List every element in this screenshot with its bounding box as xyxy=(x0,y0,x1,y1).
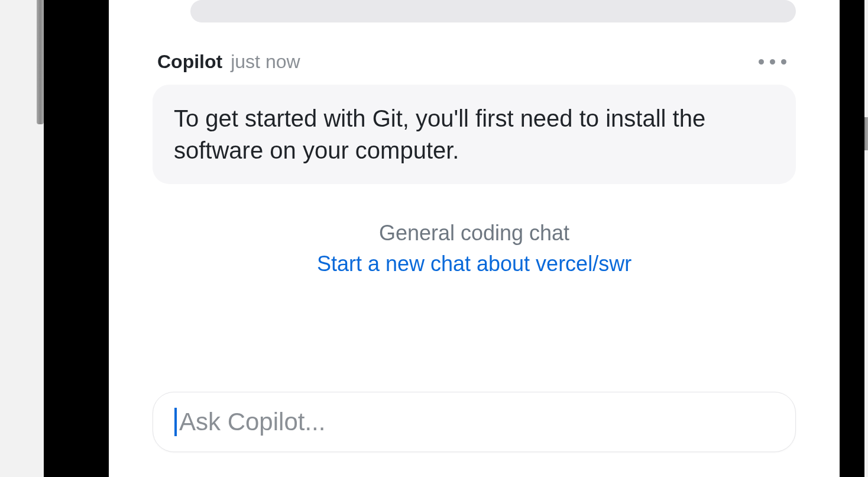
sender-name: Copilot xyxy=(157,51,222,73)
previous-user-message xyxy=(190,0,796,22)
chat-footer-info: General coding chat Start a new chat abo… xyxy=(153,221,796,276)
text-cursor xyxy=(174,408,177,436)
screen: Copilot just now To get started with Git… xyxy=(109,0,840,477)
message-header: Copilot just now xyxy=(153,51,796,73)
chat-container: Copilot just now To get started with Git… xyxy=(109,0,840,477)
phone-bezel-left xyxy=(88,0,109,477)
phone-bezel-right xyxy=(840,0,861,477)
chat-type-label: General coding chat xyxy=(153,221,796,246)
copilot-message-bubble: To get started with Git, you'll first ne… xyxy=(153,85,796,184)
input-placeholder: Ask Copilot... xyxy=(179,408,325,436)
phone-side-button-right xyxy=(864,117,868,150)
message-header-left: Copilot just now xyxy=(157,51,300,73)
more-options-button[interactable] xyxy=(754,54,791,69)
ellipsis-icon xyxy=(770,59,775,65)
chat-input[interactable]: Ask Copilot... xyxy=(153,392,796,452)
phone-side-button-left xyxy=(37,0,44,124)
ellipsis-icon xyxy=(781,59,786,65)
phone-frame: Copilot just now To get started with Git… xyxy=(44,0,864,477)
message-text: To get started with Git, you'll first ne… xyxy=(174,102,775,166)
ellipsis-icon xyxy=(759,59,764,65)
input-area: Ask Copilot... xyxy=(153,333,796,477)
message-timestamp: just now xyxy=(231,51,300,73)
start-new-chat-link[interactable]: Start a new chat about vercel/swr xyxy=(153,252,796,276)
